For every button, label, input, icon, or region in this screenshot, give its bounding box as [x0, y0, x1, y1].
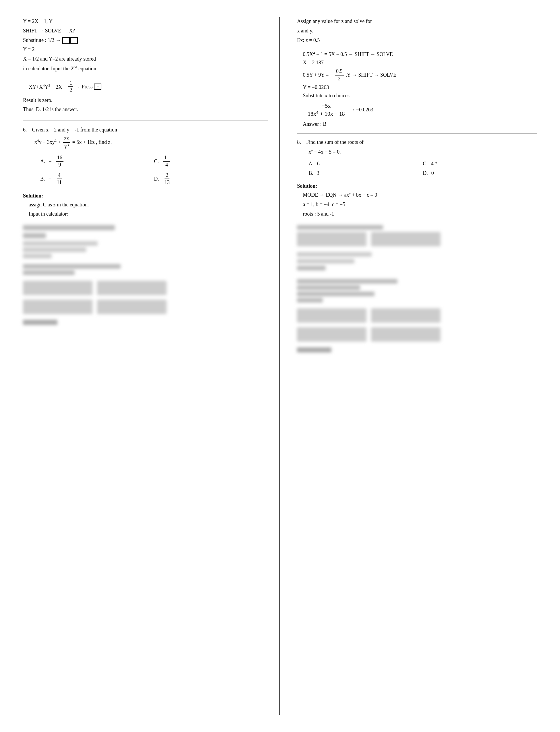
result-answer: Thus, D. 1/2 is the answer. [23, 105, 268, 114]
choice-6b-neg: − [49, 176, 51, 182]
main-equation-line: XY+X4Y3 − 2X − 1 2 → Press = [29, 80, 268, 94]
solution-8-body: MODE → EQN → ax² + bx + c = 0 a = 1, b =… [303, 191, 537, 218]
line-substitute: Substitute : 1/2 → == [23, 36, 268, 45]
r-eq4-text: Y = −0.0263 [303, 84, 329, 90]
problem-6-equation: x4y − 3xy2 + zx y3 = 5x + 16z , find z. [34, 135, 268, 150]
eq6-frac-num: zx [63, 135, 70, 142]
r-line2: x and y. [297, 27, 537, 35]
choice-6a: A. − 16 9 [40, 155, 154, 169]
choice-8b: B. 3 [308, 170, 423, 176]
r-line1: Assign any value for z and solve for [297, 17, 537, 26]
r-eq2-text: X = 2.187 [303, 60, 324, 66]
r-eq5: Substitute x to choices: [303, 93, 537, 99]
choice-6d-label: D. [154, 176, 159, 182]
choice-8d-label: D. [423, 170, 428, 176]
solution-8-label: Solution: [297, 183, 537, 189]
line-y2: Y = 2 [23, 45, 268, 54]
choice-8b-label: B. [308, 170, 313, 176]
solution-6-section: Solution: assign C as z in the equation.… [23, 193, 268, 219]
blurred-left-lower [23, 225, 268, 325]
choice-8c: C. 4 * [423, 161, 537, 167]
problem-6-section: 6. Given x = 2 and y = -1 from the equat… [23, 127, 268, 186]
eq-frac-num: 1 [68, 80, 73, 87]
choice-6b-label: B. [40, 176, 45, 182]
r-answer: Answer : B [303, 121, 537, 127]
solution-6-label: Solution: [23, 193, 268, 199]
choice-8a: A. 6 [308, 161, 423, 167]
r-eq3-frac: 0.5 2 [335, 68, 344, 82]
choice-8c-val: 4 * [431, 161, 438, 167]
eq6-frac-den: y3 [63, 143, 70, 150]
sol8-line1: MODE → EQN → ax² + bx + c = 0 [303, 191, 537, 199]
problem-6-statement: Given x = 2 and y = -1 from the equation [32, 127, 117, 133]
sol6-line2: Input in calculator: [29, 210, 268, 218]
problem-8-section: 8. Find the sum of the roots of x² − 4x … [297, 139, 537, 177]
eq-frac-den: 2 [68, 87, 73, 94]
r-line3: Ex: z = 0.5 [297, 36, 537, 45]
problem-8-choices: A. 6 C. 4 * B. 3 D. 0 [308, 161, 537, 176]
choice-6d-frac: 2 13 [163, 172, 171, 186]
r-eq4: Y = −0.0263 [303, 84, 537, 90]
left-intro-section: Y = 2X + 1, Y SHIFT → SOLVE → X? Substit… [23, 17, 268, 73]
choice-6a-neg: − [49, 159, 52, 165]
problem-6-number: 6. Given x = 2 and y = -1 from the equat… [23, 127, 268, 133]
solution-6-body: assign C as z in the equation. Input in … [29, 201, 268, 219]
left-column: Y = 2X + 1, Y SHIFT → SOLVE → X? Substit… [23, 17, 280, 715]
problem-8-statement: Find the sum of the roots of [306, 139, 364, 145]
choice-6b-frac: 4 11 [56, 172, 63, 186]
right-column: Assign any value for z and solve for x a… [280, 17, 537, 715]
line-x-half: X = 1/2 and Y=2 are already stored [23, 55, 268, 63]
choice-6c-label: C. [154, 159, 159, 165]
r-eq5-text: Substitute x to choices: [303, 93, 351, 99]
r-eq1-text: 0.5X⁴ − 1 = 5X − 0.5 → SHIFT → SOLVE [303, 51, 393, 57]
r-arrow-val: → −0.0263 [350, 107, 373, 113]
choice-8a-val: 6 [317, 161, 320, 167]
eq-fraction-half: 1 2 [68, 80, 73, 94]
right-section-divider [297, 133, 537, 134]
sol8-line3: roots : 5 and -1 [303, 210, 537, 218]
problem-8-number: 8. Find the sum of the roots of [297, 139, 537, 145]
blurred-right-lower [297, 225, 537, 353]
choice-6a-label: A. [40, 159, 45, 165]
r-eq3: 0.5Y + 9Y = − 0.5 2 ,Y → SHIFT → SOLVE [303, 68, 537, 82]
eq6-frac: zx y3 [63, 135, 70, 150]
r-big-frac: −5x 18x⁴ + 10x − 18 [306, 102, 346, 117]
eq-xy-part: XY+X4Y3 − 2X − [29, 83, 66, 90]
section-divider [23, 121, 268, 121]
sol6-line1: assign C as z in the equation. [29, 201, 268, 209]
result-zero: Result is zero. [23, 96, 268, 105]
problem-8-eq: x² − 4x − 5 = 0. [308, 148, 537, 157]
problem-6-choices: A. − 16 9 C. 11 4 B. [40, 155, 268, 186]
line-y-eq: Y = 2X + 1, Y [23, 17, 268, 26]
r-answer-text: Answer : B [303, 121, 326, 127]
choice-8d-val: 0 [431, 170, 434, 176]
line-shift-solve: SHIFT → SOLVE → X? [23, 27, 268, 35]
eq-press-box: = [94, 84, 101, 90]
right-intro-section: Assign any value for z and solve for x a… [297, 17, 537, 44]
line-2nd-eq: in calculator. Input the 2nd equation: [23, 64, 268, 73]
r-eq1: 0.5X⁴ − 1 = 5X − 0.5 → SHIFT → SOLVE [303, 51, 537, 57]
choice-8b-val: 3 [317, 170, 319, 176]
choice-6d: D. 2 13 [154, 172, 268, 186]
result-section: Result is zero. Thus, D. 1/2 is the answ… [23, 96, 268, 114]
choice-6b: B. − 4 11 [40, 172, 154, 186]
eq-box-1: = [62, 37, 70, 44]
choice-8a-label: A. [308, 161, 314, 167]
r-eq2: X = 2.187 [303, 60, 537, 66]
solution-8-section: Solution: MODE → EQN → ax² + bx + c = 0 … [297, 183, 537, 218]
r-frac-line: −5x 18x⁴ + 10x − 18 → −0.0263 [306, 102, 537, 117]
choice-8d: D. 0 [423, 170, 537, 176]
choice-8c-label: C. [423, 161, 428, 167]
page: Y = 2X + 1, Y SHIFT → SOLVE → X? Substit… [0, 0, 560, 732]
eq-box-2: = [70, 37, 78, 44]
eq6-end: = 5x + 16z , find z. [72, 139, 112, 145]
choice-6a-frac: 16 9 [56, 155, 63, 169]
eq6-start: x4y − 3xy2 + [34, 139, 61, 145]
choice-6c: C. 11 4 [154, 155, 268, 169]
r-eq3-start: 0.5Y + 9Y = − [303, 72, 333, 78]
sol8-line2: a = 1, b = −4, c = −5 [303, 200, 537, 209]
eq-press-arrow: → Press [75, 84, 93, 90]
r-eq3-end: ,Y → SHIFT → SOLVE [346, 72, 397, 78]
choice-6c-frac: 11 4 [163, 155, 170, 169]
